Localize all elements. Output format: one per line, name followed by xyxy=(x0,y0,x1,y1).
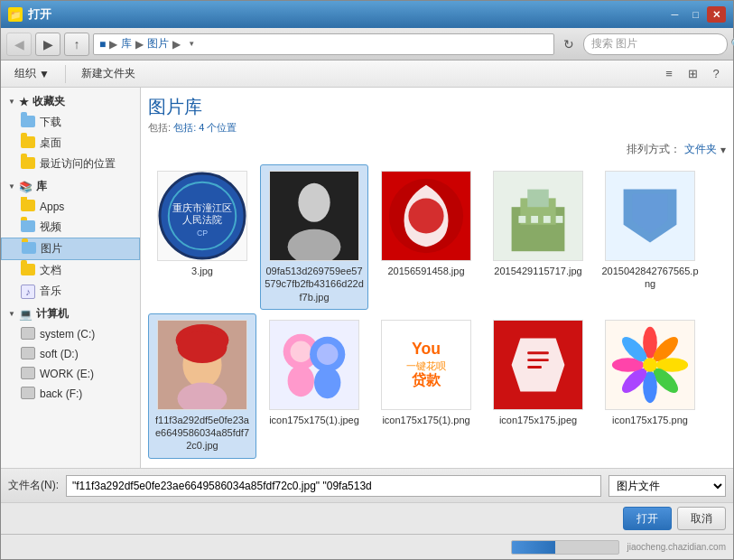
library-locations-link[interactable]: 包括: 4 个位置 xyxy=(173,122,237,133)
content-area: 图片库 包括: 包括: 4 个位置 排列方式： 文件夹 ▾ xyxy=(141,88,733,468)
svg-rect-17 xyxy=(544,216,551,223)
library-header[interactable]: ▼ 📚 库 xyxy=(1,176,140,197)
bottom-bar: 文件名(N): 图片文件 xyxy=(1,468,733,502)
apps-folder-icon xyxy=(21,200,35,214)
cancel-button[interactable]: 取消 xyxy=(677,507,726,530)
svg-rect-16 xyxy=(531,216,538,223)
forward-button[interactable]: ▶ xyxy=(35,33,60,56)
sidebar-item-download[interactable]: 下载 xyxy=(1,112,140,133)
file-grid: 重庆市潼江区 人民法院 CP 3.jpg xyxy=(148,164,726,459)
file-item[interactable]: 2015429115717.jpg xyxy=(484,164,592,310)
sidebar: ▼ ★ 收藏夹 下载 桌面 xyxy=(1,88,141,468)
filetype-select[interactable]: 图片文件 xyxy=(609,475,726,497)
help-button[interactable]: ? xyxy=(706,64,726,84)
library-icon: 📚 xyxy=(19,181,33,193)
progress-fill xyxy=(512,541,554,554)
file-name: 3.jpg xyxy=(191,265,213,277)
breadcrumb-dropdown[interactable]: ▼ xyxy=(184,37,199,51)
open-button[interactable]: 打开 xyxy=(623,507,672,530)
file-item[interactable]: 09fa513d269759ee57579c7fb2fb43166d22df7b… xyxy=(260,164,368,310)
search-input[interactable] xyxy=(591,38,727,51)
file-thumbnail xyxy=(381,171,471,261)
file-thumbnail: 重庆市潼江区 人民法院 CP xyxy=(157,171,247,261)
svg-point-29 xyxy=(291,341,312,362)
maximize-button[interactable]: □ xyxy=(686,6,705,23)
sidebar-item-f-drive[interactable]: back (F:) xyxy=(1,384,140,404)
videos-folder-icon xyxy=(21,220,35,235)
file-item[interactable]: icon175x175(1).jpeg xyxy=(260,313,368,459)
star-icon: ★ xyxy=(19,96,29,108)
status-bar: jiaocheng.chazidian.com xyxy=(1,534,733,559)
svg-point-33 xyxy=(314,367,340,398)
svg-rect-14 xyxy=(527,190,549,208)
file-item[interactable]: 重庆市潼江区 人民法院 CP 3.jpg xyxy=(148,164,256,310)
download-folder-icon xyxy=(21,116,35,130)
sort-dropdown[interactable]: 文件夹 xyxy=(684,142,717,157)
search-icon[interactable]: 🔍 xyxy=(730,37,734,51)
breadcrumb-root[interactable]: ■ xyxy=(99,38,106,51)
file-name: icon175x175(1).jpeg xyxy=(269,414,359,426)
close-button[interactable]: ✕ xyxy=(707,6,726,23)
view-toggle-button[interactable]: ≡ xyxy=(659,64,679,84)
sidebar-item-e-drive[interactable]: WORK (E:) xyxy=(1,364,140,384)
filename-label: 文件名(N): xyxy=(8,478,59,493)
back-button[interactable]: ◀ xyxy=(6,33,32,56)
refresh-button[interactable]: ↻ xyxy=(558,33,580,55)
svg-point-25 xyxy=(178,331,228,363)
file-item[interactable]: You 一键花呗 贷款 icon175x175(1).png xyxy=(372,313,480,459)
file-name: 20156591458.jpg xyxy=(387,265,464,277)
window: 📁 打开 ─ □ ✕ ◀ ▶ ↑ ■ ▶ 库 ▶ 图片 ▶ ▼ ↻ 🔍 组织 xyxy=(0,0,734,560)
view-grid-button[interactable]: ⊞ xyxy=(683,64,702,84)
file-item[interactable]: 20156591458.jpg xyxy=(372,164,480,310)
favorites-header[interactable]: ▼ ★ 收藏夹 xyxy=(1,91,140,112)
breadcrumb-bar[interactable]: ■ ▶ 库 ▶ 图片 ▶ ▼ xyxy=(93,33,554,55)
svg-rect-41 xyxy=(527,359,549,361)
svg-rect-18 xyxy=(556,216,563,223)
minimize-button[interactable]: ─ xyxy=(665,6,684,23)
file-name: 2015429115717.jpg xyxy=(494,265,581,277)
d-drive-icon xyxy=(21,347,35,361)
breadcrumb-pictures[interactable]: 图片 xyxy=(147,36,169,51)
file-thumbnail xyxy=(493,171,583,261)
sidebar-item-pictures[interactable]: 图片 xyxy=(1,238,140,260)
new-folder-button[interactable]: 新建文件夹 xyxy=(75,63,142,84)
f-drive-icon xyxy=(21,387,35,401)
filename-input[interactable] xyxy=(66,475,601,497)
sidebar-item-c-drive[interactable]: system (C:) xyxy=(1,324,140,344)
file-item[interactable]: icon175x175.jpeg xyxy=(484,313,592,459)
svg-text:CP: CP xyxy=(197,229,208,238)
sidebar-item-recent[interactable]: 最近访问的位置 xyxy=(1,154,140,174)
sidebar-item-d-drive[interactable]: soft (D:) xyxy=(1,344,140,364)
up-button[interactable]: ↑ xyxy=(64,33,89,56)
toolbar-separator xyxy=(65,65,66,83)
organize-button[interactable]: 组织 ▼ xyxy=(8,63,56,84)
file-item[interactable]: f11f3a292df5e0fe23ae6649586034a85fdf72c0… xyxy=(148,313,256,459)
library-title: 图片库 xyxy=(148,95,726,119)
pictures-folder-icon xyxy=(22,242,36,257)
recent-folder-icon xyxy=(21,157,35,172)
svg-text:一键花呗: 一键花呗 xyxy=(406,360,446,371)
favorites-group: ▼ ★ 收藏夹 下载 桌面 xyxy=(1,91,140,174)
sidebar-item-music[interactable]: ♪ 音乐 xyxy=(1,281,140,302)
search-box[interactable]: 🔍 xyxy=(583,33,728,55)
sort-bar: 排列方式： 文件夹 ▾ xyxy=(148,142,726,157)
file-name: icon175x175.png xyxy=(612,414,688,426)
sidebar-item-videos[interactable]: 视频 xyxy=(1,217,140,238)
svg-rect-40 xyxy=(527,351,549,354)
svg-point-10 xyxy=(408,198,443,233)
window-icon: 📁 xyxy=(8,7,23,22)
file-thumbnail xyxy=(493,320,583,410)
sidebar-item-desktop[interactable]: 桌面 xyxy=(1,133,140,154)
file-item[interactable]: icon175x175.png xyxy=(596,313,704,459)
breadcrumb-library[interactable]: 库 xyxy=(121,36,132,51)
sidebar-item-apps[interactable]: Apps xyxy=(1,197,140,217)
documents-folder-icon xyxy=(21,264,35,278)
action-bar: 打开 取消 xyxy=(1,502,733,534)
file-thumbnail xyxy=(605,320,695,410)
svg-text:You: You xyxy=(412,340,441,358)
svg-text:贷款: 贷款 xyxy=(412,370,441,387)
file-item[interactable]: 2015042842767565.png xyxy=(596,164,704,310)
e-drive-icon xyxy=(21,367,35,381)
sidebar-item-documents[interactable]: 文档 xyxy=(1,260,140,281)
computer-header[interactable]: ▼ 💻 计算机 xyxy=(1,303,140,324)
